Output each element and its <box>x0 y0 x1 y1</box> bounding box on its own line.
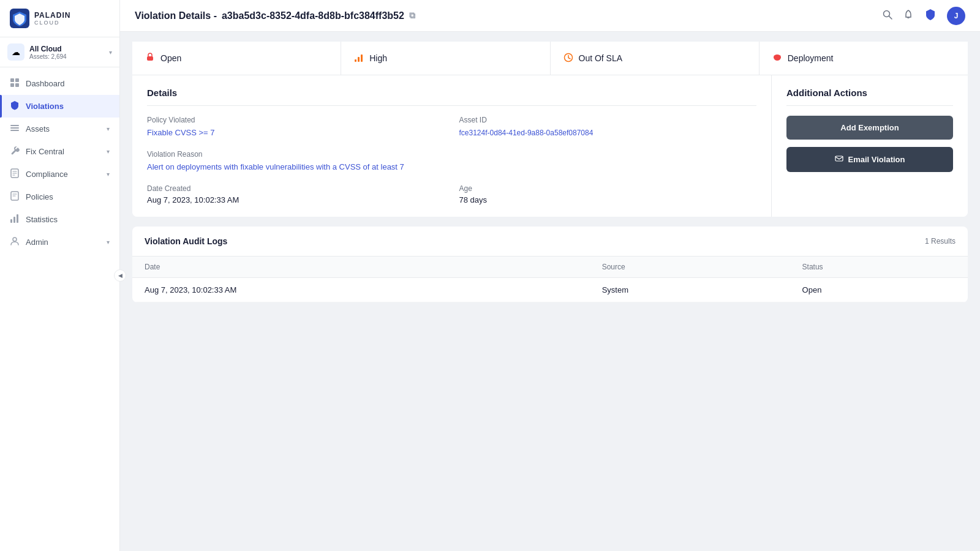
sidebar-item-assets[interactable]: Assets ▾ <box>0 118 119 140</box>
add-exemption-button[interactable]: Add Exemption <box>786 116 953 140</box>
asset-id-value[interactable]: fce3124f-0d84-41ed-9a88-0a58ef087084 <box>459 129 594 137</box>
assets-icon <box>10 123 20 135</box>
violation-reason-value[interactable]: Alert on deployments with fixable vulner… <box>147 162 404 171</box>
page-title: Violation Details - a3ba5d3c-8352-4dfa-8… <box>135 10 415 21</box>
status-open: Open <box>132 42 341 75</box>
svg-rect-21 <box>835 156 843 161</box>
dashboard-icon <box>10 78 20 89</box>
logo: PALADIN CLOUD <box>0 0 119 37</box>
audit-table-body: Aug 7, 2023, 10:02:33 AMSystemOpen <box>132 278 968 302</box>
paladin-logo <box>10 9 29 28</box>
svg-rect-18 <box>361 54 363 62</box>
svg-rect-12 <box>17 214 18 223</box>
svg-rect-5 <box>10 125 19 126</box>
compliance-icon <box>10 168 20 180</box>
cloud-icon: ☁ <box>7 43 24 61</box>
svg-rect-2 <box>15 78 19 82</box>
chevron-down-icon: ▾ <box>107 148 110 155</box>
sidebar-item-label: Dashboard <box>26 79 110 88</box>
email-violation-label: Email Violation <box>848 155 905 164</box>
audit-logs-header: Violation Audit Logs 1 Results <box>132 227 968 257</box>
main-content: Violation Details - a3ba5d3c-8352-4dfa-8… <box>120 0 980 551</box>
col-source: Source <box>590 257 790 278</box>
audit-cell-source: System <box>590 278 790 302</box>
age-label: Age <box>459 184 757 193</box>
audit-logs-table: Date Source Status Aug 7, 2023, 10:02:33… <box>132 257 968 302</box>
sidebar-item-statistics[interactable]: Statistics <box>0 208 119 231</box>
policies-icon <box>10 191 20 203</box>
svg-rect-6 <box>10 127 19 129</box>
status-high-label: High <box>369 53 387 63</box>
high-icon <box>353 52 364 65</box>
sidebar-item-compliance[interactable]: Compliance ▾ <box>0 163 119 186</box>
sidebar-item-admin[interactable]: Admin ▾ <box>0 231 119 253</box>
date-created-value: Aug 7, 2023, 10:02:33 AM <box>147 195 445 204</box>
sidebar-item-label: Compliance <box>26 170 100 179</box>
statistics-icon <box>10 214 20 225</box>
cloud-name: All Cloud <box>29 45 104 53</box>
sidebar-item-label: Policies <box>26 192 110 201</box>
status-high: High <box>341 42 550 75</box>
table-row: Aug 7, 2023, 10:02:33 AMSystemOpen <box>132 278 968 302</box>
chevron-down-icon: ▾ <box>107 126 110 132</box>
policy-violated-label: Policy Violated <box>147 116 445 124</box>
paladin-nav-icon[interactable] <box>924 8 937 24</box>
svg-rect-10 <box>10 219 12 223</box>
cloud-selector[interactable]: ☁ All Cloud Assets: 2,694 ▾ <box>0 37 119 67</box>
details-fields: Policy Violated Fixable CVSS >= 7 Asset … <box>147 116 756 204</box>
sidebar-item-violations[interactable]: Violations <box>0 95 119 118</box>
open-icon <box>145 51 156 65</box>
sidebar-item-label: Fix Central <box>26 147 100 156</box>
email-violation-button[interactable]: Email Violation <box>786 147 953 172</box>
copy-icon[interactable]: ⧉ <box>409 10 415 21</box>
admin-icon <box>10 236 20 248</box>
col-date: Date <box>132 257 590 278</box>
chevron-down-icon: ▾ <box>107 239 110 246</box>
additional-actions-title: Additional Actions <box>786 88 953 106</box>
age-value: 78 days <box>459 195 757 204</box>
age-field: Age 78 days <box>459 184 757 204</box>
fix-central-icon <box>10 146 20 157</box>
sidebar-item-fix-central[interactable]: Fix Central ▾ <box>0 140 119 163</box>
email-icon <box>835 154 843 165</box>
policy-violated-value[interactable]: Fixable CVSS >= 7 <box>147 128 215 137</box>
violations-icon <box>10 100 20 112</box>
status-out-of-sla: Out Of SLA <box>551 42 760 75</box>
svg-point-13 <box>13 238 17 241</box>
sidebar-toggle[interactable]: ◀ <box>114 269 126 282</box>
sidebar-item-label: Admin <box>26 238 100 247</box>
svg-rect-17 <box>358 57 360 62</box>
audit-logs-count: 1 Results <box>925 237 956 246</box>
violation-card: Open High Out Of SLA <box>132 42 968 217</box>
notifications-icon[interactable] <box>903 9 914 23</box>
sla-icon <box>563 52 574 65</box>
search-icon[interactable] <box>882 9 893 23</box>
date-created-label: Date Created <box>147 184 445 193</box>
logo-text: PALADIN CLOUD <box>34 11 70 26</box>
details-card: Details Policy Violated Fixable CVSS >= … <box>132 75 772 217</box>
chevron-icon: ▾ <box>109 49 112 56</box>
topbar-actions: J <box>882 7 965 25</box>
content-area: Open High Out Of SLA <box>120 32 980 551</box>
sidebar-item-policies[interactable]: Policies <box>0 186 119 208</box>
svg-rect-16 <box>355 59 356 62</box>
status-open-label: Open <box>160 53 181 63</box>
svg-rect-3 <box>10 83 14 87</box>
status-sla-label: Out Of SLA <box>579 53 623 63</box>
svg-rect-4 <box>15 83 19 87</box>
audit-cell-date: Aug 7, 2023, 10:02:33 AM <box>132 278 590 302</box>
sidebar-item-dashboard[interactable]: Dashboard <box>0 72 119 95</box>
topbar: Violation Details - a3ba5d3c-8352-4dfa-8… <box>120 0 980 32</box>
svg-rect-11 <box>13 217 15 223</box>
sidebar-item-label: Violations <box>26 102 110 111</box>
audit-table-header-row: Date Source Status <box>132 257 968 278</box>
actions-card: Additional Actions Add Exemption Email V… <box>772 75 968 217</box>
status-deployment: Deployment <box>760 42 968 75</box>
svg-rect-1 <box>10 78 14 82</box>
asset-id-field: Asset ID fce3124f-0d84-41ed-9a88-0a58ef0… <box>459 116 757 138</box>
user-avatar[interactable]: J <box>947 7 965 25</box>
date-created-field: Date Created Aug 7, 2023, 10:02:33 AM <box>147 184 445 204</box>
violation-reason-field: Violation Reason Alert on deployments wi… <box>147 150 756 172</box>
audit-logs-title: Violation Audit Logs <box>145 236 227 246</box>
audit-logs-card: Violation Audit Logs 1 Results Date Sour… <box>132 227 968 302</box>
